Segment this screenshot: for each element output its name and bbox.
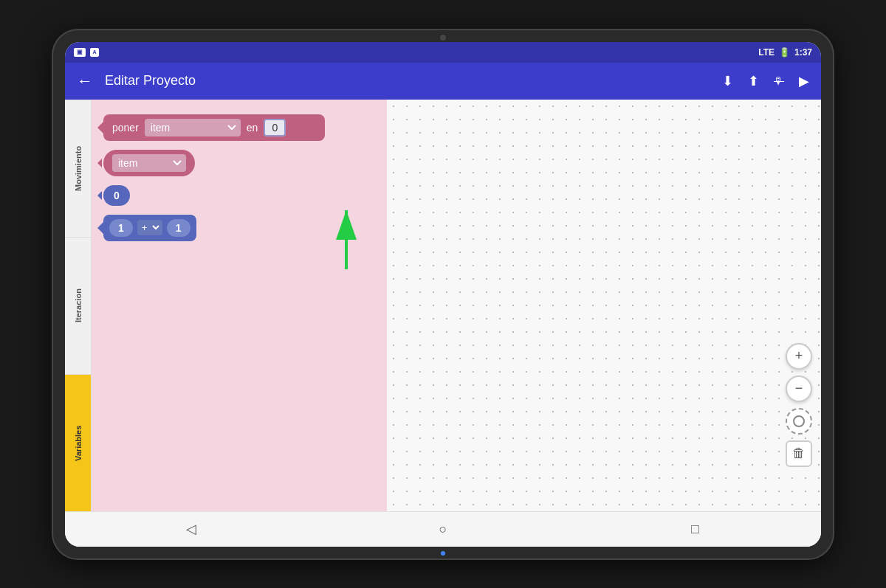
status-bar-right: LTE 🔋 1:37 [758,47,812,58]
math-left-value[interactable]: 1 [109,219,133,237]
math-block-row: 1 + - × ÷ 1 [103,215,375,241]
variable-dropdown[interactable]: item [145,119,241,136]
blocks-panel: poner item en 0 item [92,100,387,511]
delete-button[interactable]: 🗑 [786,440,812,467]
status-bar-left: ▣ A [74,48,99,57]
mic-off-button[interactable]: 🎙 [774,75,784,87]
bottom-indicator-dot [441,551,445,556]
signal-label: LTE [758,47,775,58]
back-button[interactable]: ← [77,72,93,91]
poner-label: poner [112,122,139,134]
sidebar-item-iteracion[interactable]: Iteracion [65,237,91,374]
nav-home-button[interactable]: ○ [428,514,458,544]
a-icon: A [90,48,99,57]
capture-inner-circle [793,415,805,427]
variable-name-dropdown[interactable]: item [112,154,186,172]
zoom-in-button[interactable]: + [786,343,812,370]
sidebar-item-movimiento[interactable]: Movimiento [65,100,91,237]
app-title: Editar Proyecto [105,73,722,89]
time-display: 1:37 [794,47,812,58]
app-bar: ← Editar Proyecto ⬇ ⬆ 🎙 ▶ [65,63,821,100]
sidebar-item-variables[interactable]: Variables [65,374,91,511]
tablet-screen: ▣ A LTE 🔋 1:37 ← Editar Proyecto ⬇ ⬆ 🎙 ▶ [65,42,821,547]
camera-dot [440,35,446,41]
variable-block[interactable]: item [103,150,195,176]
capture-button[interactable] [786,408,812,435]
canvas-area: poner item en 0 item [92,100,821,511]
download-button[interactable]: ⬇ [722,73,733,89]
play-button[interactable]: ▶ [799,73,809,89]
number-block-row: 0 [103,185,375,206]
nav-recents-button[interactable]: □ [680,514,710,544]
battery-icon: 🔋 [779,47,790,58]
main-content: Movimiento Iteracion Variables poner ite… [65,100,821,511]
set-variable-block-row: poner item en 0 [103,114,375,141]
upload-button[interactable]: ⬆ [748,73,759,89]
set-variable-block[interactable]: poner item en 0 [103,114,325,141]
bottom-nav: ◁ ○ □ [65,511,821,547]
status-bar: ▣ A LTE 🔋 1:37 [65,42,821,63]
math-block[interactable]: 1 + - × ÷ 1 [103,215,196,241]
side-tabs: Movimiento Iteracion Variables [65,100,92,511]
nav-back-button[interactable]: ◁ [176,514,206,544]
zoom-out-button[interactable]: − [786,376,812,402]
zoom-controls: + − 🗑 [786,343,812,467]
value-box[interactable]: 0 [264,119,286,136]
number-block[interactable]: 0 [103,185,130,206]
variable-block-row: item [103,150,375,176]
number-value: 0 [114,190,120,201]
dotted-canvas[interactable]: + − 🗑 [387,100,821,511]
app-bar-actions: ⬇ ⬆ 🎙 ▶ [722,73,809,89]
math-operator-dropdown[interactable]: + - × ÷ [137,220,162,235]
sim-icon: ▣ [74,48,86,57]
en-label: en [247,122,258,134]
math-right-value[interactable]: 1 [167,219,190,237]
tablet-device: ▣ A LTE 🔋 1:37 ← Editar Proyecto ⬇ ⬆ 🎙 ▶ [52,29,834,560]
